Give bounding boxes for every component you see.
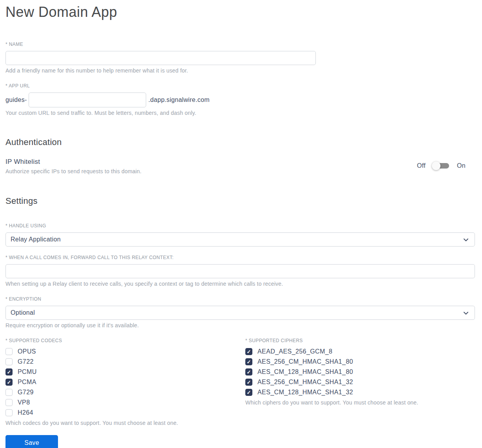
- checkbox-label: PCMU: [18, 368, 37, 375]
- codecs-help-text: Which codecs do you want to support. You…: [5, 420, 245, 426]
- app-url-label: * APP URL: [5, 83, 475, 89]
- handle-using-selected-value: Relay Application: [11, 236, 61, 243]
- checkbox-item-g722[interactable]: G722: [5, 358, 245, 365]
- supported-ciphers-group: * SUPPORTED CIPHERS ✓AEAD_AES_256_GCM_8✓…: [245, 338, 475, 406]
- checkbox-item-pcma[interactable]: ✓PCMA: [5, 379, 245, 386]
- checkbox-item-opus[interactable]: OPUS: [5, 348, 245, 355]
- toggle-off-label: Off: [417, 162, 426, 169]
- checkbox-item-aes-cm-128-hmac-sha1-80[interactable]: ✓AES_CM_128_HMAC_SHA1_80: [245, 368, 475, 375]
- checkbox-item-aes-256-cm-hmac-sha1-32[interactable]: ✓AES_256_CM_HMAC_SHA1_32: [245, 379, 475, 386]
- checkbox-checked-icon[interactable]: ✓: [245, 379, 252, 386]
- checkbox-label: AEAD_AES_256_GCM_8: [257, 348, 332, 355]
- handle-using-field-group: * HANDLE USING Relay Application: [5, 223, 475, 247]
- name-field-group: * NAME Add a friendly name for this numb…: [5, 42, 475, 74]
- checkbox-checked-icon[interactable]: ✓: [245, 389, 252, 396]
- ciphers-checkbox-list: ✓AEAD_AES_256_GCM_8✓AES_256_CM_HMAC_SHA1…: [245, 348, 475, 396]
- authentication-heading: Authentication: [5, 137, 475, 147]
- encryption-label: * ENCRYPTION: [5, 296, 475, 302]
- checkbox-item-pcmu[interactable]: ✓PCMU: [5, 368, 245, 375]
- ip-whitelist-text-block: IP Whitelist Authorize specific IPs to s…: [5, 158, 141, 175]
- app-url-input[interactable]: [29, 93, 146, 107]
- app-url-row: guides- .dapp.signalwire.com: [5, 93, 475, 107]
- ip-whitelist-label: IP Whitelist: [5, 158, 141, 166]
- supported-codecs-label: * SUPPORTED CODECS: [5, 338, 245, 343]
- ip-whitelist-toggle-group: Off On: [417, 161, 466, 170]
- relay-context-label: * WHEN A CALL COMES IN, FORWARD CALL TO …: [5, 255, 475, 260]
- checkbox-checked-icon[interactable]: ✓: [245, 348, 252, 355]
- name-input[interactable]: [5, 51, 316, 65]
- checkbox-label: H264: [18, 409, 33, 416]
- checkbox-item-vp8[interactable]: VP8: [5, 399, 245, 406]
- supported-codecs-group: * SUPPORTED CODECS OPUSG722✓PCMU✓PCMAG72…: [5, 338, 245, 426]
- relay-context-help-text: When setting up a Relay client to receiv…: [5, 281, 475, 287]
- checkbox-label: G722: [18, 358, 34, 365]
- checkbox-label: AES_256_CM_HMAC_SHA1_32: [257, 379, 353, 386]
- checkbox-label: AES_CM_128_HMAC_SHA1_32: [257, 389, 353, 396]
- app-url-help-text: Your custom URL to send traffic to. Must…: [5, 110, 475, 116]
- encryption-select[interactable]: Optional: [5, 306, 475, 320]
- checkbox-unchecked-icon[interactable]: [5, 389, 13, 396]
- toggle-on-label: On: [457, 162, 466, 169]
- checkbox-checked-icon[interactable]: ✓: [245, 368, 252, 375]
- ip-whitelist-help-text: Authorize specific IPs to send requests …: [5, 168, 141, 175]
- chevron-down-icon: [463, 237, 469, 243]
- app-url-field-group: * APP URL guides- .dapp.signalwire.com Y…: [5, 83, 475, 116]
- relay-context-input[interactable]: [5, 264, 475, 278]
- handle-using-label: * HANDLE USING: [5, 223, 475, 229]
- relay-context-field-group: * WHEN A CALL COMES IN, FORWARD CALL TO …: [5, 255, 475, 287]
- settings-heading: Settings: [5, 196, 475, 206]
- checkbox-item-aes-256-cm-hmac-sha1-80[interactable]: ✓AES_256_CM_HMAC_SHA1_80: [245, 358, 475, 365]
- encryption-selected-value: Optional: [11, 309, 35, 316]
- checkbox-checked-icon[interactable]: ✓: [5, 368, 13, 375]
- app-url-suffix: .dapp.signalwire.com: [149, 96, 210, 103]
- app-url-prefix: guides-: [5, 96, 27, 103]
- checkbox-item-aes-cm-128-hmac-sha1-32[interactable]: ✓AES_CM_128_HMAC_SHA1_32: [245, 389, 475, 396]
- checkbox-label: G729: [18, 389, 34, 396]
- checkbox-unchecked-icon[interactable]: [5, 399, 13, 406]
- checkbox-checked-icon[interactable]: ✓: [245, 358, 252, 365]
- checkbox-item-aead-aes-256-gcm-8[interactable]: ✓AEAD_AES_256_GCM_8: [245, 348, 475, 355]
- checkbox-unchecked-icon[interactable]: [5, 409, 13, 416]
- chevron-down-icon: [463, 310, 469, 316]
- codecs-ciphers-columns: * SUPPORTED CODECS OPUSG722✓PCMU✓PCMAG72…: [5, 338, 475, 426]
- checkbox-item-h264[interactable]: H264: [5, 409, 245, 416]
- ip-whitelist-toggle[interactable]: [432, 161, 451, 170]
- encryption-field-group: * ENCRYPTION Optional Require encryption…: [5, 296, 475, 329]
- checkbox-unchecked-icon[interactable]: [5, 348, 13, 355]
- codecs-checkbox-list: OPUSG722✓PCMU✓PCMAG729VP8H264: [5, 348, 245, 416]
- ip-whitelist-row: IP Whitelist Authorize specific IPs to s…: [5, 158, 475, 175]
- page-title: New Domain App: [5, 3, 475, 21]
- checkbox-label: AES_CM_128_HMAC_SHA1_80: [257, 368, 353, 375]
- new-domain-app-form: New Domain App * NAME Add a friendly nam…: [0, 0, 482, 448]
- checkbox-unchecked-icon[interactable]: [5, 358, 13, 365]
- checkbox-checked-icon[interactable]: ✓: [5, 379, 13, 386]
- checkbox-item-g729[interactable]: G729: [5, 389, 245, 396]
- checkbox-label: PCMA: [18, 379, 36, 386]
- supported-ciphers-label: * SUPPORTED CIPHERS: [245, 338, 475, 343]
- ciphers-help-text: Which ciphers do you want to support. Yo…: [245, 399, 475, 406]
- checkbox-label: VP8: [18, 399, 30, 406]
- encryption-help-text: Require encryption or optionally use it …: [5, 322, 475, 329]
- toggle-knob: [432, 161, 440, 170]
- checkbox-label: OPUS: [18, 348, 36, 355]
- name-label: * NAME: [5, 42, 475, 47]
- name-help-text: Add a friendly name for this number to h…: [5, 67, 475, 74]
- handle-using-select[interactable]: Relay Application: [5, 232, 475, 247]
- checkbox-label: AES_256_CM_HMAC_SHA1_80: [257, 358, 353, 365]
- save-button[interactable]: Save: [5, 435, 58, 448]
